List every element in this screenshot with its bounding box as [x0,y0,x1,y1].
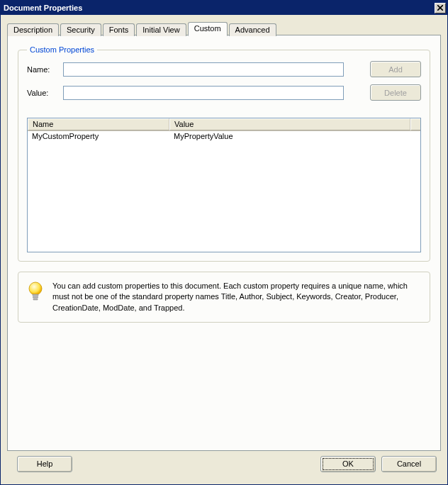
value-row: Value: Delete [27,84,421,101]
cell-name: MyCustomProperty [28,131,169,143]
document-properties-window: Document Properties Description Security… [0,0,448,485]
value-input[interactable] [63,86,344,100]
listview-body: MyCustomProperty MyPropertyValue [28,131,420,252]
add-button[interactable]: Add [370,61,421,77]
listview-header: Name Value [28,118,420,131]
ok-button[interactable]: OK [320,456,376,472]
group-legend: Custom Properties [27,45,97,54]
lightbulb-icon [27,281,44,302]
svg-point-0 [29,282,42,295]
name-row: Name: Add [27,61,421,77]
cell-value: MyPropertyValue [169,131,420,143]
delete-button[interactable]: Delete [370,84,421,101]
dialog-button-bar: Help OK Cancel [1,451,447,484]
window-title: Document Properties [4,4,82,12]
name-input[interactable] [63,62,344,77]
value-label: Value: [27,89,59,97]
column-header-end [410,118,420,130]
titlebar: Document Properties [1,1,447,15]
custom-properties-group: Custom Properties Name: Add Value: Delet… [18,45,430,262]
tab-row: Description Security Fonts Initial View … [1,16,447,35]
column-header-name[interactable]: Name [28,118,169,130]
properties-listview[interactable]: Name Value MyCustomProperty MyPropertyVa… [27,118,421,252]
tab-panel-custom: Custom Properties Name: Add Value: Delet… [7,35,441,451]
tab-advanced[interactable]: Advanced [229,23,276,36]
tab-description[interactable]: Description [7,23,59,36]
info-text: You can add custom properties to this do… [52,281,421,313]
close-icon[interactable] [435,3,446,13]
name-label: Name: [27,65,59,74]
tab-initial-view[interactable]: Initial View [136,23,186,36]
tab-custom[interactable]: Custom [188,22,228,36]
tab-security[interactable]: Security [60,23,101,36]
column-header-value[interactable]: Value [169,118,410,130]
cancel-button[interactable]: Cancel [381,456,437,472]
client-area: Description Security Fonts Initial View … [1,16,447,484]
tab-fonts[interactable]: Fonts [103,23,135,36]
info-group: You can add custom properties to this do… [18,272,430,323]
table-row[interactable]: MyCustomProperty MyPropertyValue [28,131,420,143]
help-button[interactable]: Help [17,456,72,472]
